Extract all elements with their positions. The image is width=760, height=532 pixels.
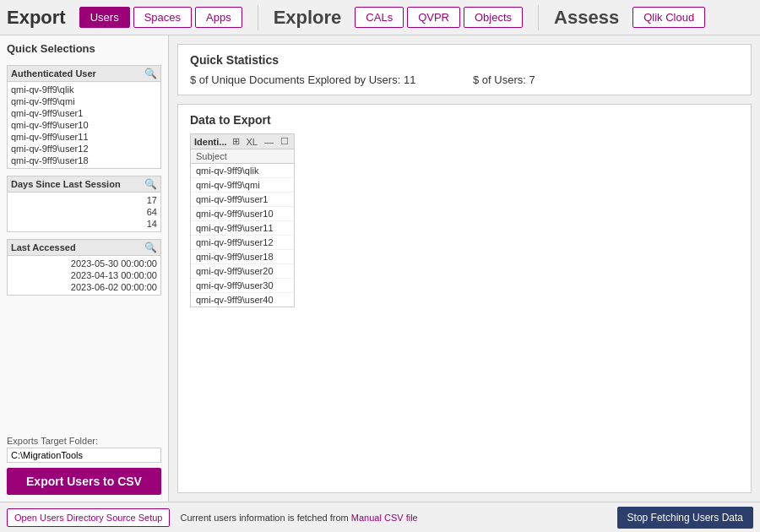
quick-stats-title: Quick Statistics bbox=[190, 53, 739, 67]
list-item: 2023-06-02 00:00:00 bbox=[11, 281, 157, 293]
nav-cals[interactable]: CALs bbox=[355, 7, 404, 28]
authenticated-user-search-icon[interactable]: 🔍 bbox=[144, 68, 157, 79]
authenticated-user-header: Authenticated User 🔍 bbox=[8, 66, 160, 82]
authenticated-user-filter: Authenticated User 🔍 qmi-qv-9ff9\qlik qm… bbox=[7, 65, 161, 169]
stop-fetching-button[interactable]: Stop Fetching Users Data bbox=[617, 507, 753, 529]
footer-status-link[interactable]: Manual CSV file bbox=[351, 513, 418, 523]
export-label: Export bbox=[7, 7, 66, 29]
days-since-values: 17 64 14 bbox=[8, 193, 160, 231]
authenticated-user-list: qmi-qv-9ff9\qlik qmi-qv-9ff9\qmi qmi-qv-… bbox=[8, 82, 160, 168]
list-item[interactable]: qmi-qv-9ff9\user12 bbox=[11, 143, 157, 155]
list-item: 64 bbox=[11, 206, 157, 218]
export-csv-button[interactable]: Export Users to CSV bbox=[7, 468, 161, 495]
days-since-header: Days Since Last Session 🔍 bbox=[8, 176, 160, 193]
list-item[interactable]: qmi-qv-9ff9\user10 bbox=[11, 119, 157, 131]
nav-qlik-cloud[interactable]: Qlik Cloud bbox=[632, 7, 705, 28]
left-panel: Quick Selections Authenticated User 🔍 qm… bbox=[0, 35, 169, 502]
table-row: qmi-qv-9ff9\qlik bbox=[191, 164, 294, 178]
last-accessed-header: Last Accessed 🔍 bbox=[8, 240, 160, 256]
right-panel: Quick Statistics $ of Unique Documents E… bbox=[169, 35, 760, 502]
last-accessed-values: 2023-05-30 00:00:00 2023-04-13 00:00:00 … bbox=[8, 256, 160, 295]
export-folder-input[interactable] bbox=[7, 448, 161, 463]
list-item[interactable]: qmi-qv-9ff9\qmi bbox=[11, 95, 157, 107]
table-data: qmi-qv-9ff9\qlik qmi-qv-9ff9\qmi qmi-qv-… bbox=[191, 164, 294, 307]
nav-qvpr[interactable]: QVPR bbox=[407, 7, 460, 28]
table-row: qmi-qv-9ff9\qmi bbox=[191, 178, 294, 193]
nav-spaces[interactable]: Spaces bbox=[133, 7, 192, 28]
explore-label: Explore bbox=[274, 7, 342, 29]
list-item[interactable]: qmi-qv-9ff9\user1 bbox=[11, 107, 157, 119]
table-row: qmi-qv-9ff9\user1 bbox=[191, 193, 294, 207]
footer-status-text: Current users information is fetched fro… bbox=[180, 513, 348, 523]
table-row: qmi-qv-9ff9\user18 bbox=[191, 250, 294, 264]
table-row: qmi-qv-9ff9\user12 bbox=[191, 236, 294, 250]
days-since-filter: Days Since Last Session 🔍 17 64 14 bbox=[7, 176, 161, 232]
main-content: Quick Selections Authenticated User 🔍 qm… bbox=[0, 35, 760, 502]
table-toolbar: Identi... ⊞ XL — ☐ bbox=[191, 134, 294, 149]
box-icon[interactable]: ☐ bbox=[279, 136, 290, 147]
footer-status: Current users information is fetched fro… bbox=[170, 513, 616, 523]
nav-objects[interactable]: Objects bbox=[464, 7, 523, 28]
table-col-label: Identi... bbox=[194, 137, 227, 147]
data-export-table: Identi... ⊞ XL — ☐ Subject qmi-qv-9ff9\q… bbox=[190, 133, 295, 307]
days-since-title: Days Since Last Session bbox=[11, 179, 121, 189]
export-folder-section: Exports Target Folder: Export Users to C… bbox=[7, 436, 161, 495]
stats-row: $ of Unique Documents Explored by Users:… bbox=[190, 73, 739, 86]
data-export-box: Data to Export Identi... ⊞ XL — ☐ Subjec… bbox=[177, 104, 752, 493]
table-sub-header: Subject bbox=[191, 149, 294, 164]
list-item[interactable]: qmi-qv-9ff9\user11 bbox=[11, 131, 157, 143]
last-accessed-title: Last Accessed bbox=[11, 242, 76, 252]
separator-1 bbox=[258, 5, 258, 30]
data-export-title: Data to Export bbox=[190, 113, 739, 127]
table-row: qmi-qv-9ff9\user11 bbox=[191, 221, 294, 236]
minus-icon[interactable]: — bbox=[263, 137, 275, 147]
export-folder-label: Exports Target Folder: bbox=[7, 436, 161, 446]
list-item: 14 bbox=[11, 218, 157, 230]
explore-nav: CALs QVPR Objects bbox=[355, 7, 523, 28]
table-row: qmi-qv-9ff9\user40 bbox=[191, 293, 294, 307]
list-item: 17 bbox=[11, 194, 157, 206]
list-item[interactable]: qmi-qv-9ff9\user18 bbox=[11, 155, 157, 166]
authenticated-user-title: Authenticated User bbox=[11, 68, 96, 79]
days-since-search-icon[interactable]: 🔍 bbox=[144, 178, 157, 190]
app-header: Export Users Spaces Apps Explore CALs QV… bbox=[0, 0, 760, 35]
open-users-directory-button[interactable]: Open Users Directory Source Setup bbox=[7, 508, 170, 527]
nav-apps[interactable]: Apps bbox=[195, 7, 242, 28]
list-item: 2023-05-30 00:00:00 bbox=[11, 258, 157, 269]
footer: Open Users Directory Source Setup Curren… bbox=[0, 502, 760, 532]
last-accessed-filter: Last Accessed 🔍 2023-05-30 00:00:00 2023… bbox=[7, 239, 161, 296]
export-nav: Users Spaces Apps bbox=[79, 7, 242, 28]
table-row: qmi-qv-9ff9\user10 bbox=[191, 207, 294, 221]
list-item[interactable]: qmi-qv-9ff9\qlik bbox=[11, 84, 157, 95]
assess-label: Assess bbox=[554, 7, 619, 29]
table-row: qmi-qv-9ff9\user20 bbox=[191, 264, 294, 279]
xl-icon[interactable]: XL bbox=[245, 137, 259, 147]
assess-nav: Qlik Cloud bbox=[632, 7, 705, 28]
quick-stats-box: Quick Statistics $ of Unique Documents E… bbox=[177, 44, 752, 95]
users-count-stat: $ of Users: 7 bbox=[473, 73, 739, 86]
table-row: qmi-qv-9ff9\user30 bbox=[191, 279, 294, 293]
last-accessed-search-icon[interactable]: 🔍 bbox=[144, 242, 157, 253]
nav-users[interactable]: Users bbox=[79, 7, 130, 28]
unique-docs-stat: $ of Unique Documents Explored by Users:… bbox=[190, 73, 456, 86]
separator-2 bbox=[538, 5, 539, 30]
list-item: 2023-04-13 00:00:00 bbox=[11, 269, 157, 281]
copy-icon[interactable]: ⊞ bbox=[231, 136, 242, 147]
quick-selections-title: Quick Selections bbox=[7, 42, 161, 55]
